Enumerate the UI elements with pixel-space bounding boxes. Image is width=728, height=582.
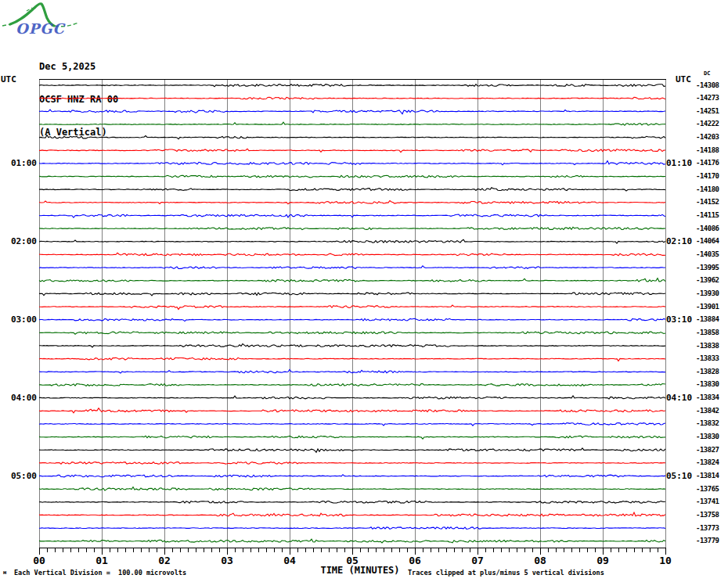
dc-value: -14152	[696, 198, 719, 206]
dc-value: -13901	[696, 303, 719, 311]
dc-value: -13830	[696, 433, 719, 440]
dc-value: -13858	[696, 329, 719, 336]
dc-value: -13827	[696, 446, 719, 454]
x-tick-label: 02	[153, 555, 176, 566]
x-tick-label: 07	[466, 555, 489, 566]
dc-value: -13838	[696, 342, 719, 350]
x-tick-label: 04	[278, 555, 301, 566]
dc-value: -13842	[696, 407, 719, 415]
dc-value: -14273	[696, 94, 719, 102]
helicorder-page: OPGC Dec 5,2025 OCSF HNZ RA 00 (A Vertic…	[0, 0, 728, 582]
dc-value: -13995	[696, 264, 719, 271]
dc-value: -14064	[696, 237, 719, 245]
dc-value: -13834	[696, 393, 719, 401]
seismogram-plot[interactable]	[0, 0, 728, 582]
dc-value: -14308	[696, 81, 719, 89]
x-tick-label: 01	[90, 555, 114, 566]
x-tick-label: 08	[528, 555, 552, 566]
dc-value: -14222	[696, 120, 719, 128]
dc-value: -14251	[696, 107, 719, 115]
dc-value: -13884	[696, 315, 719, 323]
x-tick-label: 10	[654, 555, 677, 566]
corner-mark: м	[3, 569, 6, 576]
dc-value: -13758	[696, 511, 719, 519]
dc-value: -14115	[696, 211, 719, 219]
left-hour-label: 01:00	[1, 158, 37, 168]
dc-value: -14176	[696, 159, 719, 167]
dc-value: -13832	[696, 419, 719, 427]
dc-value: -13765	[696, 485, 719, 493]
x-axis-title: TIME (MINUTES)	[305, 565, 415, 576]
clip-note: Traces clipped at plus/minus 5 vertical …	[408, 569, 604, 577]
dc-value: -14188	[696, 146, 719, 154]
x-tick-label: 00	[27, 555, 51, 566]
dc-value: -13741	[696, 498, 719, 505]
dc-value: -13814	[696, 472, 719, 480]
x-tick-label: 03	[215, 555, 239, 566]
dc-value: -13773	[696, 524, 719, 532]
left-hour-label: 05:00	[1, 471, 37, 481]
left-hour-label: 03:00	[1, 314, 37, 325]
dc-value: -13833	[696, 354, 719, 362]
dc-value: -14086	[696, 225, 719, 232]
dc-value: -13930	[696, 289, 719, 297]
dc-value: -14203	[696, 133, 719, 141]
scale-note: Each Vertical Division = 100.00 microvol…	[14, 569, 186, 577]
dc-value: -13779	[696, 537, 719, 544]
left-hour-label: 04:00	[1, 393, 37, 403]
dc-value: -13962	[696, 276, 719, 284]
dc-value: -13824	[696, 458, 719, 466]
dc-value: -13828	[696, 368, 719, 375]
dc-value: -14180	[696, 185, 719, 193]
left-hour-label: 02:00	[1, 236, 37, 246]
x-tick-label: 09	[591, 555, 614, 566]
dc-value: -14170	[696, 172, 719, 180]
dc-value: -13830	[696, 380, 719, 388]
dc-value: -14035	[696, 250, 719, 258]
